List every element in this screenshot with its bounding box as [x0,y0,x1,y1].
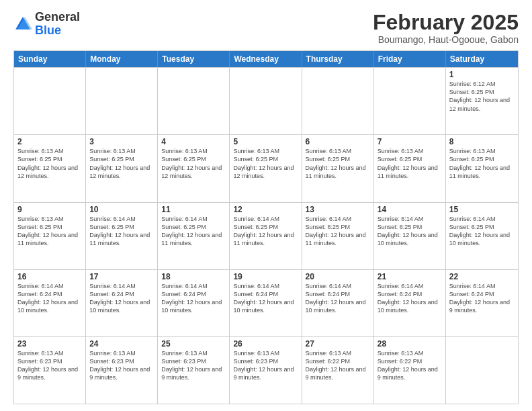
day-number: 7 [378,137,442,146]
day-info: Sunrise: 6:13 AM Sunset: 6:23 PM Dayligh… [233,349,298,382]
day-info: Sunrise: 6:13 AM Sunset: 6:25 PM Dayligh… [233,147,298,180]
day-cell-27: 27Sunrise: 6:13 AM Sunset: 6:22 PM Dayli… [302,337,374,404]
day-info: Sunrise: 6:14 AM Sunset: 6:24 PM Dayligh… [233,282,298,315]
calendar-week-4: 16Sunrise: 6:14 AM Sunset: 6:24 PM Dayli… [14,269,518,336]
day-number: 5 [233,137,298,146]
day-cell-13: 13Sunrise: 6:14 AM Sunset: 6:25 PM Dayli… [302,203,374,269]
day-cell-2: 2Sunrise: 6:13 AM Sunset: 6:25 PM Daylig… [14,135,86,201]
calendar-week-2: 2Sunrise: 6:13 AM Sunset: 6:25 PM Daylig… [14,134,518,201]
day-number: 15 [449,205,515,214]
day-number: 9 [17,205,82,214]
day-cell-19: 19Sunrise: 6:14 AM Sunset: 6:24 PM Dayli… [230,270,302,336]
day-cell-25: 25Sunrise: 6:13 AM Sunset: 6:23 PM Dayli… [158,337,230,404]
day-info: Sunrise: 6:14 AM Sunset: 6:25 PM Dayligh… [449,215,515,248]
day-cell-9: 9Sunrise: 6:13 AM Sunset: 6:25 PM Daylig… [14,203,86,269]
day-info: Sunrise: 6:14 AM Sunset: 6:25 PM Dayligh… [233,215,298,248]
day-cell-20: 20Sunrise: 6:14 AM Sunset: 6:24 PM Dayli… [302,270,374,336]
day-cell-empty-0-1 [86,68,158,134]
day-cell-11: 11Sunrise: 6:14 AM Sunset: 6:25 PM Dayli… [158,203,230,269]
calendar-body: 1Sunrise: 6:12 AM Sunset: 6:25 PM Daylig… [14,67,518,404]
day-cell-10: 10Sunrise: 6:14 AM Sunset: 6:25 PM Dayli… [86,203,158,269]
day-cell-empty-0-0 [14,68,86,134]
day-cell-4: 4Sunrise: 6:13 AM Sunset: 6:25 PM Daylig… [158,135,230,201]
day-cell-17: 17Sunrise: 6:14 AM Sunset: 6:24 PM Dayli… [86,270,158,336]
day-info: Sunrise: 6:14 AM Sunset: 6:25 PM Dayligh… [89,215,154,248]
day-number: 20 [306,272,370,281]
page: General Blue February 2025 Boumango, Hau… [0,0,532,411]
day-cell-empty-4-6 [446,337,518,404]
day-info: Sunrise: 6:13 AM Sunset: 6:22 PM Dayligh… [306,349,370,382]
day-cell-7: 7Sunrise: 6:13 AM Sunset: 6:25 PM Daylig… [374,135,446,201]
day-info: Sunrise: 6:13 AM Sunset: 6:25 PM Dayligh… [161,147,226,180]
day-number: 27 [306,339,370,349]
day-info: Sunrise: 6:14 AM Sunset: 6:24 PM Dayligh… [306,282,370,315]
day-number: 1 [449,70,515,79]
calendar-week-1: 1Sunrise: 6:12 AM Sunset: 6:25 PM Daylig… [14,67,518,134]
logo-blue-text: Blue [35,24,61,37]
header-day-thursday: Thursday [302,51,374,67]
day-cell-22: 22Sunrise: 6:14 AM Sunset: 6:24 PM Dayli… [446,270,518,336]
day-cell-24: 24Sunrise: 6:13 AM Sunset: 6:23 PM Dayli… [86,337,158,404]
day-number: 10 [89,205,154,214]
calendar-week-5: 23Sunrise: 6:13 AM Sunset: 6:23 PM Dayli… [14,336,518,404]
calendar: SundayMondayTuesdayWednesdayThursdayFrid… [13,50,519,404]
header-day-tuesday: Tuesday [158,51,230,67]
day-cell-empty-0-5 [374,68,446,134]
day-info: Sunrise: 6:14 AM Sunset: 6:24 PM Dayligh… [378,282,442,315]
day-cell-empty-0-2 [158,68,230,134]
day-cell-1: 1Sunrise: 6:12 AM Sunset: 6:25 PM Daylig… [446,68,518,134]
day-info: Sunrise: 6:13 AM Sunset: 6:25 PM Dayligh… [17,215,82,248]
day-number: 4 [161,137,226,146]
day-info: Sunrise: 6:13 AM Sunset: 6:25 PM Dayligh… [306,147,370,180]
header-day-monday: Monday [86,51,158,67]
day-info: Sunrise: 6:13 AM Sunset: 6:25 PM Dayligh… [17,147,82,180]
day-cell-3: 3Sunrise: 6:13 AM Sunset: 6:25 PM Daylig… [86,135,158,201]
day-cell-12: 12Sunrise: 6:14 AM Sunset: 6:25 PM Dayli… [230,203,302,269]
logo-general-text: General [35,10,80,24]
day-info: Sunrise: 6:14 AM Sunset: 6:24 PM Dayligh… [161,282,226,315]
day-cell-18: 18Sunrise: 6:14 AM Sunset: 6:24 PM Dayli… [158,270,230,336]
day-number: 23 [17,339,82,349]
header-day-wednesday: Wednesday [230,51,302,67]
header-day-sunday: Sunday [14,51,86,67]
day-cell-21: 21Sunrise: 6:14 AM Sunset: 6:24 PM Dayli… [374,270,446,336]
day-number: 26 [233,339,298,349]
day-cell-empty-0-3 [230,68,302,134]
logo-icon [13,15,32,34]
day-number: 25 [161,339,226,349]
day-info: Sunrise: 6:14 AM Sunset: 6:25 PM Dayligh… [306,215,370,248]
day-info: Sunrise: 6:13 AM Sunset: 6:23 PM Dayligh… [89,349,154,382]
day-number: 13 [306,205,370,214]
day-info: Sunrise: 6:13 AM Sunset: 6:23 PM Dayligh… [17,349,82,382]
day-cell-26: 26Sunrise: 6:13 AM Sunset: 6:23 PM Dayli… [230,337,302,404]
day-number: 2 [17,137,82,146]
day-info: Sunrise: 6:14 AM Sunset: 6:25 PM Dayligh… [378,215,442,248]
day-number: 8 [449,137,515,146]
logo: General Blue [13,11,80,38]
day-info: Sunrise: 6:14 AM Sunset: 6:24 PM Dayligh… [449,282,515,315]
day-info: Sunrise: 6:13 AM Sunset: 6:23 PM Dayligh… [161,349,226,382]
day-number: 17 [89,272,154,281]
day-number: 12 [233,205,298,214]
day-info: Sunrise: 6:14 AM Sunset: 6:25 PM Dayligh… [161,215,226,248]
day-cell-16: 16Sunrise: 6:14 AM Sunset: 6:24 PM Dayli… [14,270,86,336]
day-number: 18 [161,272,226,281]
day-cell-5: 5Sunrise: 6:13 AM Sunset: 6:25 PM Daylig… [230,135,302,201]
day-info: Sunrise: 6:12 AM Sunset: 6:25 PM Dayligh… [449,80,515,113]
day-number: 14 [378,205,442,214]
day-cell-14: 14Sunrise: 6:14 AM Sunset: 6:25 PM Dayli… [374,203,446,269]
header-day-saturday: Saturday [446,51,518,67]
calendar-subtitle: Boumango, Haut-Ogooue, Gabon [373,34,519,45]
day-number: 19 [233,272,298,281]
day-cell-23: 23Sunrise: 6:13 AM Sunset: 6:23 PM Dayli… [14,337,86,404]
day-number: 28 [378,339,442,349]
day-number: 16 [17,272,82,281]
day-number: 3 [89,137,154,146]
day-cell-28: 28Sunrise: 6:13 AM Sunset: 6:22 PM Dayli… [374,337,446,404]
day-info: Sunrise: 6:13 AM Sunset: 6:25 PM Dayligh… [378,147,442,180]
calendar-title: February 2025 [373,11,519,34]
day-info: Sunrise: 6:14 AM Sunset: 6:24 PM Dayligh… [17,282,82,315]
header: General Blue February 2025 Boumango, Hau… [13,11,519,45]
day-info: Sunrise: 6:14 AM Sunset: 6:24 PM Dayligh… [89,282,154,315]
day-number: 11 [161,205,226,214]
